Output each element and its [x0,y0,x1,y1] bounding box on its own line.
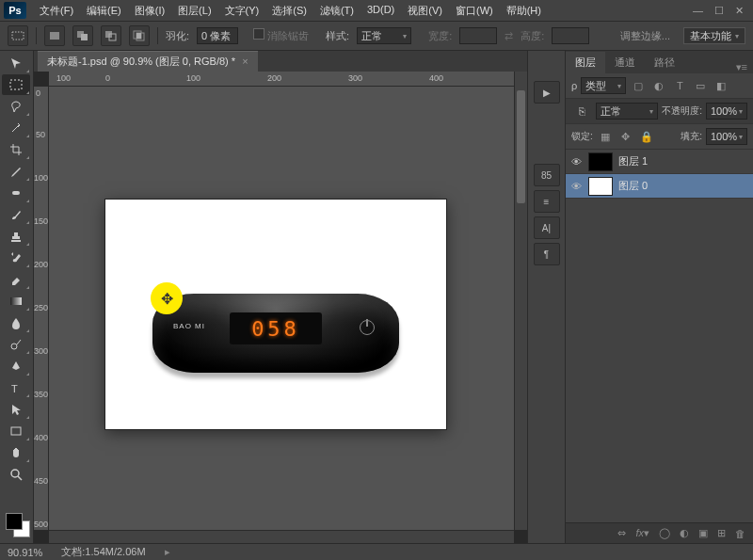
lock-all-icon[interactable]: 🔒 [638,128,655,145]
close-button[interactable]: ✕ [735,5,744,17]
device-image: BAO MI 058 [152,294,399,373]
doc-info[interactable]: 文档:1.54M/2.06M [61,545,145,559]
zoom-level[interactable]: 90.91% [8,547,42,558]
opacity-input[interactable]: 100% [706,103,747,120]
para-panel-icon[interactable]: ¶ [534,243,560,265]
layer-row[interactable]: 👁 图层 0 [566,174,753,199]
document-tab[interactable]: 未标题-1.psd @ 90.9% (图层 0, RGB/8) * × [38,51,258,72]
history-panel-icon[interactable]: ▶ [534,81,560,104]
layer-row[interactable]: 👁 图层 1 [566,150,753,174]
path-select-tool[interactable] [2,399,30,420]
tab-close-icon[interactable]: × [242,56,248,67]
eyedropper-tool[interactable] [2,161,30,182]
opacity-label: 不透明度: [662,104,702,118]
color-swatch[interactable] [2,509,31,541]
shape-tool[interactable] [2,421,30,441]
selection-add-icon[interactable] [72,25,93,46]
canvas-viewport[interactable]: BAO MI 058 ✥ [49,87,514,530]
maximize-button[interactable]: ☐ [714,5,724,17]
filter-smart-icon[interactable]: ◧ [713,77,729,94]
fill-input[interactable]: 100% [706,128,747,145]
heal-tool[interactable] [2,183,30,203]
filter-shape-icon[interactable]: ▭ [692,77,709,94]
wand-tool[interactable] [2,118,30,138]
layer-thumbnail[interactable] [588,152,613,171]
foreground-color[interactable] [6,513,23,530]
history-brush-tool[interactable] [2,248,30,268]
panel-menu-icon[interactable]: ▾≡ [730,61,753,73]
canvas[interactable]: BAO MI 058 [105,200,446,429]
selection-new-icon[interactable] [44,25,65,46]
lasso-tool[interactable] [2,96,30,117]
move-tool[interactable] [2,53,30,73]
filter-type-icon[interactable]: T [671,77,688,94]
fx-icon[interactable]: fx▾ [635,527,649,539]
menu-edit[interactable]: 编辑(E) [81,2,127,20]
gradient-tool[interactable] [2,291,30,312]
blend-mode-dropdown[interactable]: 正常 [596,103,658,120]
filter-pixel-icon[interactable]: ▢ [630,77,647,94]
crop-tool[interactable] [2,139,30,160]
width-label: 宽度: [428,29,452,43]
menu-file[interactable]: 文件(F) [34,2,79,20]
horizontal-scrollbar[interactable] [49,530,514,543]
menu-3d[interactable]: 3D(D) [361,2,400,20]
menu-layer[interactable]: 图层(L) [172,2,216,20]
pen-tool[interactable] [2,356,30,376]
layer-name[interactable]: 图层 1 [618,154,648,168]
menu-filter[interactable]: 滤镜(T) [314,2,360,20]
marquee-tool[interactable] [2,74,30,95]
color-panel-icon[interactable]: 85 [534,164,560,186]
layers-panel: 图层 通道 路径 ▾≡ ρ 类型 ▢ ◐ T ▭ ◧ ⎘ 正常 不透明度: 10… [565,51,753,543]
selection-intersect-icon[interactable] [129,25,150,46]
new-layer-icon[interactable]: ⊞ [717,527,726,539]
visibility-icon[interactable]: 👁 [569,181,583,192]
svg-rect-14 [11,427,21,435]
adjustment-icon[interactable]: ◐ [680,527,689,539]
tab-paths[interactable]: 路径 [645,52,684,73]
blur-tool[interactable] [2,312,30,333]
hand-tool[interactable] [2,442,30,463]
delete-icon[interactable]: 🗑 [735,528,745,539]
lock-pixels-icon[interactable]: ▦ [597,128,614,145]
feather-input[interactable] [197,27,238,44]
filter-adjust-icon[interactable]: ◐ [650,77,667,94]
eraser-tool[interactable] [2,269,30,290]
link-icon[interactable]: ⎘ [571,105,592,117]
svg-rect-10 [12,191,20,195]
layer-name[interactable]: 图层 0 [618,179,648,193]
menu-help[interactable]: 帮助(H) [501,2,547,20]
layer-thumbnail[interactable] [588,177,613,196]
svg-rect-9 [10,80,22,89]
link-layers-icon[interactable]: ⇔ [617,527,626,539]
stamp-tool[interactable] [2,226,30,247]
tab-layers[interactable]: 图层 [566,52,605,73]
workspace-dropdown[interactable]: 基本功能 [683,27,745,44]
swatches-panel-icon[interactable]: ≡ [534,190,560,213]
style-dropdown[interactable]: 正常 [357,27,411,44]
brush-tool[interactable] [2,204,30,225]
menu-window[interactable]: 窗口(W) [450,2,499,20]
zoom-tool[interactable] [2,464,30,485]
type-tool[interactable]: T [2,377,30,398]
minimize-button[interactable]: — [693,5,703,17]
style-label: 样式: [326,29,349,43]
dodge-tool[interactable] [2,334,30,355]
visibility-icon[interactable]: 👁 [569,156,583,168]
menu-view[interactable]: 视图(V) [402,2,448,20]
tab-channels[interactable]: 通道 [605,52,645,73]
menu-type[interactable]: 文字(Y) [219,2,265,20]
lock-position-icon[interactable]: ✥ [617,128,634,145]
menu-select[interactable]: 选择(S) [266,2,312,20]
layer-filter-dropdown[interactable]: 类型 [581,77,626,94]
vertical-scrollbar[interactable] [514,72,527,530]
cursor-highlight: ✥ [151,282,183,314]
mask-icon[interactable]: ◯ [659,527,670,539]
group-icon[interactable]: ▣ [698,527,708,539]
char-panel-icon[interactable]: A| [534,216,560,239]
svg-rect-1 [50,32,59,40]
menu-image[interactable]: 图像(I) [129,2,170,20]
selection-subtract-icon[interactable] [101,25,121,46]
tool-preset-icon[interactable] [8,25,28,46]
refine-edge-button[interactable]: 调整边缘... [620,29,670,43]
